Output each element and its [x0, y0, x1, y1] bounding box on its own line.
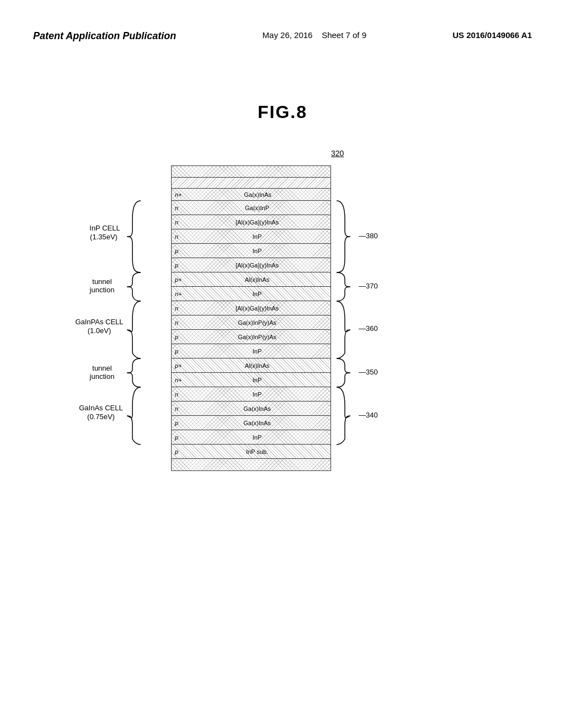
ref-370: —370	[359, 282, 378, 290]
layer-381: p [Al(x)Ga](y)InAs —381	[171, 258, 331, 272]
layer-363: n Ga(x)InP(y)As —363	[171, 315, 331, 330]
layer-352: p+ Al(x)InAs —352	[171, 358, 331, 373]
layer-351: n+ InP —351	[171, 373, 331, 387]
layer-385: n Ga(x)InP —385	[171, 201, 331, 215]
gainpas-cell-label-line1: GaInPAs CELL	[75, 318, 123, 326]
layer-382: p InP —382	[171, 244, 331, 258]
inp-cell-label-line2: (1.35eV)	[90, 233, 118, 241]
tunnel1-label-line1: tunnel	[92, 277, 112, 286]
layer-343: n Ga(x)InAs —343	[171, 402, 331, 416]
tunnel2-label-line2: junction	[89, 372, 115, 381]
layer-383: n InP —383	[171, 229, 331, 244]
ref-340: —340	[359, 411, 378, 419]
layer-372: p+ Al(x)InAs —372	[171, 272, 331, 287]
gainpas-cell-label-line2: (1.0eV)	[88, 326, 111, 335]
layer-384: n [Al(x)Ga](y)InAs —384	[171, 215, 331, 229]
publication-label: Patent Application Publication	[33, 30, 176, 42]
ref-320: 320	[331, 149, 344, 158]
layer-341: p InP —341	[171, 430, 331, 445]
gainas-cell-label-line2: (0.75eV)	[87, 413, 115, 421]
date-label: May 26, 2016	[263, 30, 313, 40]
layer-390: n+ Ga(x)InAs —390	[171, 189, 331, 201]
inp-cell-label-line1: InP CELL	[89, 224, 120, 232]
layer-342: p Ga(x)InAs —342	[171, 416, 331, 430]
sheet-label: Sheet 7 of 9	[322, 30, 366, 40]
figure-title: FIG.8	[258, 102, 307, 122]
layer-50: —50	[171, 178, 331, 189]
layer-10: —10	[171, 459, 331, 471]
layer-top-hatch	[171, 165, 331, 178]
gainas-cell-label-line1: GaInAs CELL	[79, 404, 123, 412]
header-center: May 26, 2016 Sheet 7 of 9	[263, 30, 366, 40]
left-labels-svg: InP CELL (1.35eV) tunnel junction GaInPA…	[44, 165, 177, 552]
layer-344: n InP —344	[171, 387, 331, 402]
tunnel1-label-line2: junction	[89, 286, 115, 294]
layer-330: p InP sub. —330	[171, 445, 331, 459]
page-header: Patent Application Publication May 26, 2…	[0, 30, 565, 42]
layer-362: p Ga(x)InP(y)As —362	[171, 330, 331, 344]
patent-number: US 2016/0149066 A1	[452, 30, 532, 40]
ref-360: —360	[359, 324, 378, 333]
layer-361: p InP —361	[171, 344, 331, 358]
layer-364: n [Al(x)Ga](y)InAs —364	[171, 301, 331, 315]
ref-380: —380	[359, 232, 378, 240]
layer-stack: —50 n+ Ga(x)InAs —390 n Ga(x)InP —385 n …	[171, 165, 331, 471]
right-labels-svg: —380 —370 —360 —350 —340	[337, 165, 414, 552]
ref-350: —350	[359, 368, 378, 376]
tunnel2-label-line1: tunnel	[92, 364, 112, 372]
layer-371: n+ InP —371	[171, 287, 331, 301]
